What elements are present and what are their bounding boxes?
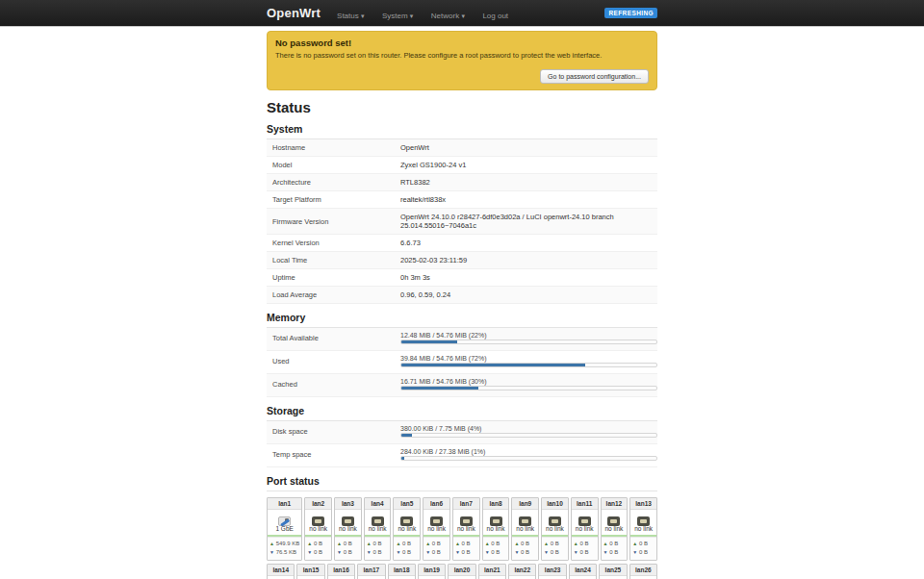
rx-line: ▼ 0 B <box>514 548 536 557</box>
port-cell: lan4 no link ▲ 0 B ▼ 0 B <box>364 497 392 561</box>
ethernet-port-icon <box>342 516 354 526</box>
rx-arrow-icon: ▼ <box>632 549 637 555</box>
row-label: Target Platform <box>267 191 400 208</box>
port-cell: lan25 1 GbE ▲ 0 B ▼ 0 B <box>599 564 627 579</box>
port-cell: lan14 no link ▲ 0 B ▼ 0 B <box>267 564 295 579</box>
rx-arrow-icon: ▼ <box>307 549 312 555</box>
port-name: lan26 <box>630 565 656 576</box>
row-value: OpenWrt 24.10.0 r28427-6df0e3d02a / LuCI… <box>400 209 657 234</box>
port-name: lan11 <box>572 498 598 510</box>
port-cell: lan6 no link ▲ 0 B ▼ 0 B <box>423 497 450 561</box>
tx-line: ▲ 0 B <box>337 540 359 548</box>
port-cell: lan3 no link ▲ 0 B ▼ 0 B <box>334 497 362 561</box>
row-value: Zyxel GS1900-24 v1 <box>400 157 657 173</box>
port-name: lan13 <box>630 498 656 510</box>
port-cell: lan7 no link ▲ 0 B ▼ 0 B <box>452 497 480 561</box>
port-cell: lan26 1 GbE ▲ 0 B ▼ 0 B <box>629 564 657 579</box>
go-to-password-configuration-button[interactable]: Go to password configuration... <box>540 69 649 84</box>
system-table: Hostname OpenWrt Model Zyxel GS1900-24 v… <box>267 139 657 304</box>
port-name: lan14 <box>268 565 294 576</box>
port-name: lan6 <box>424 498 449 510</box>
progress-bar <box>400 433 657 438</box>
tx-line: ▲ 0 B <box>367 540 389 548</box>
tx-line: ▲ 0 B <box>632 540 654 548</box>
port-name: lan21 <box>479 565 505 576</box>
port-cell: lan21 no link ▲ 0 B ▼ 0 B <box>478 564 506 579</box>
table-row: Local Time 2025-02-03 23:11:59 <box>267 252 657 269</box>
ethernet-port-icon <box>490 516 502 526</box>
progress-cell: 39.84 MiB / 54.76 MiB (72%) <box>400 351 657 373</box>
port-traffic-stats: ▲ 549.9 KB ▼ 76.5 KB <box>268 537 301 560</box>
port-name: lan19 <box>419 565 445 576</box>
port-cell: lan12 no link ▲ 0 B ▼ 0 B <box>601 497 629 561</box>
row-label: Load Average <box>267 287 400 303</box>
row-label: Model <box>267 157 400 173</box>
port-cell: lan15 no link ▲ 0 B ▼ 0 B <box>296 564 324 579</box>
tx-arrow-icon: ▲ <box>367 541 372 546</box>
tx-arrow-icon: ▲ <box>632 541 637 546</box>
progress-bar <box>400 456 657 461</box>
port-name: lan23 <box>539 565 565 576</box>
tx-line: ▲ 0 B <box>307 540 329 548</box>
no-password-alert: No password set! There is no password se… <box>267 31 657 90</box>
rx-bytes: 0 B <box>579 549 588 555</box>
port-traffic-stats: ▲ 0 B ▼ 0 B <box>542 537 568 560</box>
openwrt-logo[interactable]: OpenWrt <box>267 6 321 20</box>
row-label: Temp space <box>267 444 400 466</box>
port-name: lan2 <box>305 498 331 510</box>
alert-title: No password set! <box>275 38 649 48</box>
port-status-section-heading: Port status <box>267 475 657 491</box>
tx-bytes: 0 B <box>491 541 500 546</box>
port-cell: lan1 1 GbE ▲ 549.9 KB ▼ 76.5 KB <box>267 497 302 561</box>
row-value: RTL8382 <box>400 174 657 190</box>
row-label: Cached <box>267 374 400 396</box>
progress-bar-fill <box>401 387 478 390</box>
tx-bytes: 0 B <box>521 541 529 546</box>
ethernet-port-icon <box>372 516 384 526</box>
progress-text: 12.48 MiB / 54.76 MiB (22%) <box>400 332 657 339</box>
port-cell: lan10 no link ▲ 0 B ▼ 0 B <box>541 497 569 561</box>
refreshing-badge[interactable]: REFRESHING <box>604 8 657 18</box>
rx-line: ▼ 0 B <box>455 548 477 557</box>
progress-bar-fill <box>401 434 412 437</box>
table-row: Model Zyxel GS1900-24 v1 <box>267 157 657 174</box>
rx-bytes: 0 B <box>491 549 500 555</box>
port-cell: lan8 no link ▲ 0 B ▼ 0 B <box>482 497 510 561</box>
row-value: 6.6.73 <box>400 235 657 251</box>
tx-bytes: 0 B <box>344 541 352 546</box>
rx-arrow-icon: ▼ <box>270 549 274 555</box>
port-traffic-stats: ▲ 0 B ▼ 0 B <box>424 537 449 560</box>
tx-arrow-icon: ▲ <box>270 541 274 546</box>
port-name: lan12 <box>602 498 628 510</box>
table-row: Architecture RTL8382 <box>267 174 657 191</box>
row-label: Local Time <box>267 252 400 268</box>
tx-arrow-icon: ▲ <box>603 541 608 546</box>
table-row: Total Available 12.48 MiB / 54.76 MiB (2… <box>267 328 657 351</box>
nav-menu-item[interactable]: System ▾ <box>375 12 420 20</box>
storage-table: Disk space 380.00 KiB / 7.75 MiB (4%) Te… <box>267 421 657 467</box>
row-label: Firmware Version <box>267 214 400 230</box>
nav-menu-item-label: System <box>382 12 408 20</box>
tx-bytes: 0 B <box>314 541 322 546</box>
ethernet-port-icon <box>400 516 413 526</box>
rx-line: ▼ 0 B <box>367 548 389 557</box>
port-traffic-stats: ▲ 0 B ▼ 0 B <box>483 537 509 560</box>
ethernet-port-icon <box>578 516 591 526</box>
rx-line: ▼ 76.5 KB <box>270 548 299 557</box>
port-status-grid-row2: lan14 no link ▲ 0 B ▼ 0 B lan15 no link … <box>267 564 657 579</box>
rx-arrow-icon: ▼ <box>514 549 519 555</box>
port-status-grid-row1: lan1 1 GbE ▲ 549.9 KB ▼ 76.5 KB lan2 no … <box>267 497 657 561</box>
rx-arrow-icon: ▼ <box>367 549 372 555</box>
row-value: realtek/rtl838x <box>400 191 657 208</box>
system-section-heading: System <box>267 123 657 139</box>
nav-menu-item[interactable]: Network ▾ <box>424 12 472 20</box>
nav-menu-item[interactable]: Log out <box>475 12 515 20</box>
row-label: Uptime <box>267 269 400 286</box>
nav-menu-item-label: Log out <box>482 12 508 20</box>
ethernet-port-icon <box>278 516 291 526</box>
nav-menu-item[interactable]: Status ▾ <box>330 12 371 20</box>
port-name: lan9 <box>512 498 538 510</box>
ethernet-port-icon <box>430 516 443 526</box>
tx-arrow-icon: ▲ <box>396 541 400 546</box>
tx-line: ▲ 0 B <box>514 540 536 548</box>
